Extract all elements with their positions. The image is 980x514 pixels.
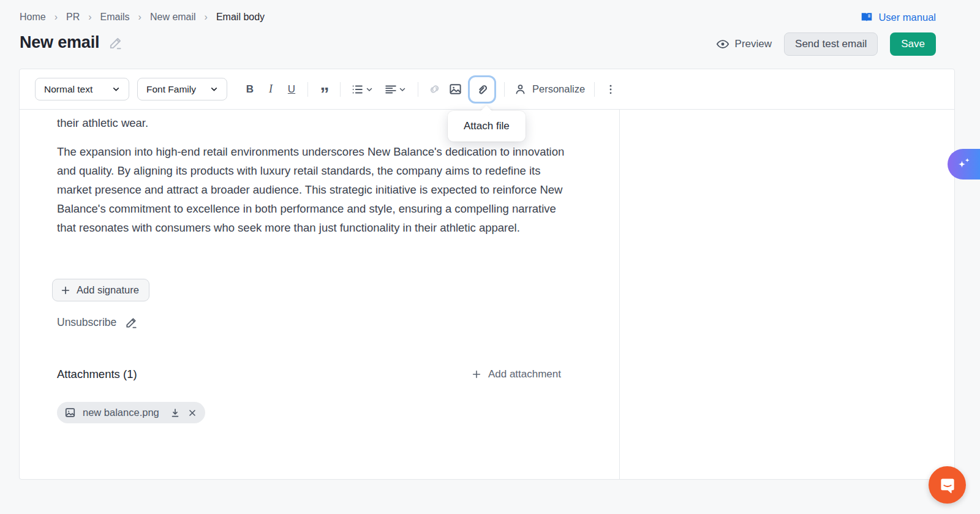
- toolbar-divider: [504, 82, 505, 97]
- page-title: New email: [20, 33, 99, 52]
- chevron-right-icon: ›: [205, 12, 208, 23]
- paperclip-icon: [475, 81, 490, 97]
- chevron-down-icon: [366, 86, 373, 93]
- insert-image-icon[interactable]: [445, 79, 466, 100]
- preview-label: Preview: [735, 38, 772, 50]
- breadcrumb: Home › PR › Emails › New email › Email b…: [20, 12, 265, 23]
- user-manual-link[interactable]: User manual: [860, 10, 936, 24]
- attach-file-tooltip: Attach file: [448, 111, 526, 142]
- personalize-button[interactable]: Personalize: [514, 83, 585, 96]
- ai-assistant-button[interactable]: [948, 149, 980, 180]
- chevron-down-icon: [399, 86, 406, 93]
- chevron-down-icon: [210, 85, 218, 93]
- image-file-icon: [64, 407, 76, 418]
- chevron-right-icon: ›: [88, 12, 91, 23]
- plus-icon: [61, 285, 70, 295]
- bold-button[interactable]: B: [239, 79, 260, 100]
- attachments-header: Attachments (1) Add attachment: [57, 368, 561, 381]
- header-actions: Preview Send test email Save: [716, 32, 936, 56]
- attachments-heading: Attachments (1): [57, 368, 137, 381]
- toolbar-divider: [307, 82, 308, 97]
- book-icon: [860, 10, 873, 24]
- blockquote-button[interactable]: ”: [314, 79, 334, 100]
- breadcrumb-item-new-email[interactable]: New email: [150, 12, 196, 23]
- chat-bubble-icon: [938, 476, 957, 494]
- attachment-file-name: new balance.png: [83, 407, 159, 418]
- toolbar-divider: [594, 82, 595, 97]
- breadcrumb-current: Email body: [216, 12, 265, 23]
- toolbar-divider: [340, 82, 341, 97]
- tooltip-text: Attach file: [464, 120, 510, 132]
- chevron-right-icon: ›: [55, 12, 58, 23]
- bullet-list-icon: [351, 83, 364, 96]
- underline-button[interactable]: U: [281, 79, 302, 100]
- font-family-select[interactable]: Font Family: [137, 78, 227, 100]
- page-title-row: New email: [20, 33, 124, 52]
- attach-file-button[interactable]: [468, 75, 496, 104]
- chevron-down-icon: [112, 85, 120, 93]
- editor-column-divider: [619, 110, 620, 479]
- download-attachment-icon[interactable]: [170, 407, 181, 418]
- person-icon: [514, 83, 527, 96]
- edit-title-icon[interactable]: [108, 35, 124, 51]
- align-left-icon: [384, 83, 398, 96]
- add-attachment-button[interactable]: Add attachment: [472, 368, 561, 380]
- unsubscribe-label: Unsubscribe: [57, 316, 116, 329]
- italic-button[interactable]: I: [260, 79, 281, 100]
- text-style-select[interactable]: Normal text: [35, 78, 129, 100]
- toolbar-divider: [418, 82, 418, 97]
- save-button[interactable]: Save: [890, 32, 936, 56]
- breadcrumb-item-emails[interactable]: Emails: [100, 12, 130, 23]
- editor-toolbar: Normal text Font Family B I U ”: [20, 69, 954, 110]
- insert-link-icon[interactable]: [424, 79, 445, 100]
- list-menu-button[interactable]: [351, 83, 373, 96]
- font-family-value: Font Family: [146, 84, 196, 95]
- edit-unsubscribe-icon[interactable]: [124, 316, 138, 330]
- more-options-icon[interactable]: [600, 79, 621, 100]
- preview-button[interactable]: Preview: [716, 37, 772, 51]
- add-signature-label: Add signature: [77, 284, 139, 296]
- add-signature-button[interactable]: Add signature: [52, 279, 149, 301]
- breadcrumb-item-pr[interactable]: PR: [66, 12, 80, 23]
- alignment-menu-button[interactable]: [384, 83, 406, 96]
- chevron-right-icon: ›: [138, 12, 141, 23]
- personalize-label: Personalize: [532, 83, 585, 95]
- eye-icon: [716, 37, 729, 51]
- breadcrumb-item-home[interactable]: Home: [20, 12, 46, 23]
- attachment-chip: new balance.png: [57, 402, 205, 423]
- unsubscribe-row: Unsubscribe: [57, 316, 138, 330]
- user-manual-label: User manual: [878, 12, 936, 23]
- text-style-value: Normal text: [44, 84, 92, 95]
- plus-icon: [472, 369, 481, 379]
- send-test-email-button[interactable]: Send test email: [784, 32, 878, 56]
- chat-launcher-button[interactable]: [929, 466, 966, 504]
- sparkles-icon: [956, 156, 973, 173]
- remove-attachment-icon[interactable]: [187, 408, 197, 418]
- add-attachment-label: Add attachment: [488, 368, 561, 380]
- body-paragraph: The expansion into high-end retail envir…: [57, 142, 576, 237]
